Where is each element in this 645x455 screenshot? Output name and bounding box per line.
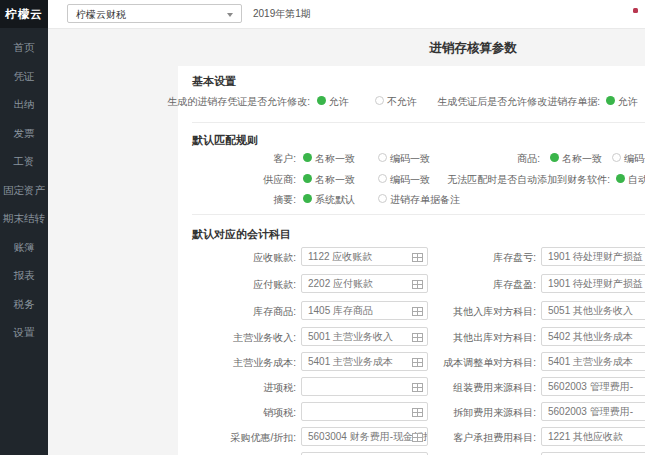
row-supplier-autoadd: 供应商: 名称一致 编码一致 无法匹配时是否自动添加到财务软件: 自动添加 [0, 173, 645, 185]
field-other-outbound: 其他出库对方科目: 5402 其他业务成本 [0, 327, 645, 347]
radio-supplier-code-label[interactable]: 编码一致 [390, 173, 430, 187]
field-other-inbound: 其他入库对方科目: 5051 其他业务收入 [0, 301, 645, 321]
sidebar-item-voucher[interactable]: 凭证 [0, 63, 48, 92]
field-disassembly-fee-input[interactable]: 5602003 管理费用- [541, 402, 645, 421]
sidebar-item-period-end[interactable]: 期末结转 [0, 205, 48, 234]
sidebar-item-invoice[interactable]: 发票 [0, 120, 48, 149]
field-assembly-fee-label: 组装费用来源科目: [453, 381, 536, 395]
radio-summary-note-off[interactable] [378, 194, 387, 203]
top-bar: 柠檬云 柠檬云财税 2019年第1期 [0, 0, 645, 29]
notification-dot [633, 8, 638, 13]
radio-summary-default-on[interactable] [303, 194, 312, 203]
field-stock-loss-input[interactable]: 1901 待处理财产损益 [541, 247, 645, 266]
field-other-outbound-label: 其他出库对方科目: [453, 331, 536, 345]
section-divider [192, 122, 645, 123]
row-customer-goods: 客户: 名称一致 编码一致 商品: 名称一致 编码一致 [0, 152, 645, 164]
field-other-inbound-value: 5051 其他业务收入 [548, 305, 633, 316]
field-assembly-fee-input[interactable]: 5602003 管理费用- [541, 377, 645, 396]
field-stock-loss: 库存盘亏: 1901 待处理财产损益 [0, 247, 645, 267]
radio-auto-add-on[interactable] [616, 174, 625, 183]
radio-goods-name-on[interactable] [550, 153, 559, 162]
radio-allow-on[interactable] [317, 96, 326, 105]
field-assembly-fee: 组装费用来源科目: 5602003 管理费用- [0, 377, 645, 397]
section-heading-match: 默认匹配规则 [192, 133, 258, 148]
radio-disallow-off[interactable] [375, 96, 384, 105]
label-supplier: 供应商: [263, 173, 296, 187]
field-customer-fee-input[interactable]: 1221 其他应收款 [541, 427, 645, 446]
field-other-outbound-value: 5402 其他业务成本 [548, 331, 633, 342]
radio-supplier-name-on[interactable] [303, 174, 312, 183]
radio-auto-add-label[interactable]: 自动添加 [628, 173, 645, 187]
app-window: 柠檬云 柠檬云财税 2019年第1期 首页 凭证 出纳 发票 工资 固定资产 期… [0, 0, 645, 455]
row-summary: 摘要: 系统默认 进销存单据备注 [0, 193, 645, 205]
radio-supplier-name-label[interactable]: 名称一致 [315, 173, 355, 187]
radio-goods-code-label[interactable]: 编码一致 [624, 152, 645, 166]
radio-customer-code-label[interactable]: 编码一致 [390, 152, 430, 166]
section-heading-basic: 基本设置 [192, 74, 236, 89]
page-title: 进销存核算参数 [373, 40, 573, 57]
question-allow-edit-bill: 生成凭证后是否允许修改进销存单据: [437, 95, 600, 109]
radio-goods-code-off[interactable] [612, 153, 621, 162]
field-disassembly-fee-value: 5602003 管理费用- [548, 406, 633, 417]
radio-customer-code-off[interactable] [378, 153, 387, 162]
app-logo: 柠檬云 [0, 0, 48, 28]
section-heading-accounts: 默认对应的会计科目 [192, 227, 291, 242]
label-customer: 客户: [273, 152, 296, 166]
radio-allow2-on[interactable] [606, 96, 615, 105]
field-disassembly-fee-label: 拆卸费用来源科目: [453, 406, 536, 420]
field-disassembly-fee: 拆卸费用来源科目: 5602003 管理费用- [0, 402, 645, 422]
radio-customer-name-label[interactable]: 名称一致 [315, 152, 355, 166]
company-dropdown[interactable]: 柠檬云财税 [67, 4, 242, 23]
field-cost-adjust: 成本调整单对方科目: 5401 主营业务成本 [0, 352, 645, 372]
field-customer-fee-value: 1221 其他应收款 [548, 431, 623, 442]
field-assembly-fee-value: 5602003 管理费用- [548, 381, 633, 392]
field-cost-adjust-input[interactable]: 5401 主营业务成本 [541, 352, 645, 371]
radio-goods-name-label[interactable]: 名称一致 [562, 152, 602, 166]
radio-allow2-label[interactable]: 允许 [618, 95, 638, 109]
field-other-outbound-input[interactable]: 5402 其他业务成本 [541, 327, 645, 346]
field-other-inbound-label: 其他入库对方科目: [453, 305, 536, 319]
field-stock-loss-value: 1901 待处理财产损益 [548, 251, 643, 262]
company-dropdown-value: 柠檬云财税 [76, 9, 126, 20]
label-summary: 摘要: [273, 193, 296, 207]
section-divider [192, 214, 645, 215]
chevron-down-icon [227, 13, 233, 17]
field-other-inbound-input[interactable]: 5051 其他业务收入 [541, 301, 645, 320]
field-stock-gain-value: 1901 待处理财产损益 [548, 278, 643, 289]
field-stock-gain-label: 库存盘盈: [493, 278, 536, 292]
field-customer-fee: 客户承担费用科目: 1221 其他应收款 [0, 427, 645, 447]
radio-supplier-code-off[interactable] [378, 174, 387, 183]
row-basic-settings: 生成的进销存凭证是否允许修改: 允许 不允许 生成凭证后是否允许修改进销存单据:… [0, 95, 645, 107]
radio-summary-default-label[interactable]: 系统默认 [315, 193, 355, 207]
radio-disallow-label[interactable]: 不允许 [387, 95, 417, 109]
field-stock-gain: 库存盘盈: 1901 待处理财产损益 [0, 274, 645, 294]
field-stock-loss-label: 库存盘亏: [493, 251, 536, 265]
accounting-period-label: 2019年第1期 [253, 0, 311, 28]
field-stock-gain-input[interactable]: 1901 待处理财产损益 [541, 274, 645, 293]
label-auto-add: 无法匹配时是否自动添加到财务软件: [447, 173, 610, 187]
field-cost-adjust-label: 成本调整单对方科目: [443, 356, 536, 370]
radio-summary-note-label[interactable]: 进销存单据备注 [390, 193, 460, 207]
label-goods: 商品: [517, 152, 540, 166]
radio-allow-label[interactable]: 允许 [329, 95, 349, 109]
radio-customer-name-on[interactable] [303, 153, 312, 162]
field-customer-fee-label: 客户承担费用科目: [453, 431, 536, 445]
question-allow-edit-voucher: 生成的进销存凭证是否允许修改: [167, 95, 310, 109]
field-cost-adjust-value: 5401 主营业务成本 [548, 356, 633, 367]
sidebar-item-home[interactable]: 首页 [0, 34, 48, 63]
